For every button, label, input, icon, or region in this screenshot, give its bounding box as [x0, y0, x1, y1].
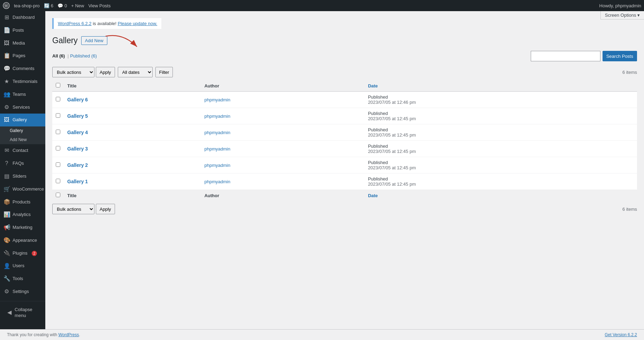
sidebar-item-dashboard[interactable]: ⊞Dashboard [0, 11, 45, 24]
submenu-item-gallery-main[interactable]: Gallery [0, 126, 45, 136]
row-title-link[interactable]: Gallery 3 [67, 146, 88, 152]
row-author-link[interactable]: phpmyadmin [204, 130, 230, 135]
submenu-item-gallery-add-new[interactable]: Add New [0, 136, 45, 145]
table-head-row: Title Author Date [52, 80, 637, 92]
users-icon: 👤 [3, 263, 10, 270]
row-author-link[interactable]: phpmyadmin [204, 163, 230, 168]
row-status: Published [368, 144, 634, 149]
row-checkbox[interactable] [56, 97, 60, 101]
row-date: 2023/07/05 at 12:45 pm [368, 132, 634, 138]
footer-wp-link[interactable]: WordPress [58, 332, 79, 337]
date-column-header[interactable]: Date [365, 80, 637, 92]
updates-menu[interactable]: 🔄 6 [44, 3, 53, 8]
sidebar-item-media[interactable]: 🖼Media [0, 37, 45, 50]
sidebar-item-services[interactable]: ⚙Services [0, 101, 45, 114]
tablenav-top: Bulk actions Apply All dates Filter 6 it… [52, 67, 637, 77]
sidebar-item-faqs[interactable]: ?FAQs [0, 157, 45, 170]
wpbody-content: WordPress 6.2.2 is available! Please upd… [52, 18, 637, 214]
sidebar-label-settings: Settings [13, 289, 29, 295]
collapse-menu[interactable]: ◀ Collapse menu [3, 304, 42, 322]
add-new-button[interactable]: Add New [81, 36, 107, 45]
wp-version-link[interactable]: WordPress 6.2.2 [58, 21, 92, 26]
update-now-link[interactable]: Please update now. [118, 21, 157, 26]
search-posts-button[interactable] [603, 51, 637, 61]
settings-icon: ⚙ [3, 288, 10, 295]
row-author-link[interactable]: phpmyadmin [204, 179, 230, 184]
row-title-cell: Gallery 5 [64, 108, 201, 124]
select-all-checkbox-foot[interactable] [56, 193, 60, 197]
search-box [531, 51, 637, 61]
row-title-link[interactable]: Gallery 2 [67, 162, 88, 168]
gallery-submenu: GalleryAdd New [0, 126, 45, 144]
row-checkbox[interactable] [56, 113, 60, 118]
filter-all-link[interactable]: All (6) [52, 53, 65, 59]
sidebar-item-analytics[interactable]: 📊Analytics [0, 208, 45, 221]
row-status: Published [368, 127, 634, 132]
footer-version-link[interactable]: Get Version 6.2.2 [605, 332, 637, 337]
wp-logo-menu[interactable]: W [3, 2, 10, 9]
row-checkbox-cell [52, 108, 64, 124]
services-icon: ⚙ [3, 104, 10, 111]
sidebar-label-plugins: Plugins [13, 250, 28, 256]
sidebar-item-products[interactable]: 📦Products [0, 196, 45, 209]
all-dates-select[interactable]: All dates [118, 67, 153, 77]
row-title-cell: Gallery 4 [64, 124, 201, 141]
sidebar-item-tools[interactable]: 🔧Tools [0, 272, 45, 285]
apply-button-bottom[interactable]: Apply [96, 204, 115, 214]
sidebar-item-testimonials[interactable]: ★Testimonials [0, 75, 45, 88]
row-checkbox[interactable] [56, 146, 60, 150]
row-date-cell: Published 2023/07/05 at 12:45 pm [365, 141, 637, 157]
sidebar-item-contact[interactable]: ✉Contact [0, 144, 45, 157]
row-author-link[interactable]: phpmyadmin [204, 146, 230, 152]
row-author-cell: phpmyadmin [201, 108, 364, 124]
view-posts-link[interactable]: View Posts [88, 3, 110, 8]
sidebar-item-marketing[interactable]: 📢Marketing [0, 221, 45, 234]
row-title-link[interactable]: Gallery 1 [67, 179, 88, 184]
sidebar-item-users[interactable]: 👤Users [0, 260, 45, 273]
sidebar-item-plugins[interactable]: 🔌Plugins2 [0, 247, 45, 260]
filter-published-link[interactable]: Published (6) [70, 53, 97, 59]
posts-icon: 📄 [3, 27, 10, 34]
row-date-cell: Published 2023/07/05 at 12:45 pm [365, 157, 637, 173]
bulk-actions-select-top[interactable]: Bulk actions [52, 67, 94, 77]
filter-button[interactable]: Filter [155, 67, 173, 77]
row-author-link[interactable]: phpmyadmin [204, 97, 230, 102]
row-author-link[interactable]: phpmyadmin [204, 114, 230, 119]
filter-published: Published (6) [70, 53, 100, 59]
filter-all: All (6) [52, 53, 70, 59]
row-title-link[interactable]: Gallery 5 [67, 113, 88, 119]
sidebar-item-sliders[interactable]: ▤Sliders [0, 170, 45, 183]
sidebar-item-comments[interactable]: 💬Comments [0, 62, 45, 75]
row-checkbox[interactable] [56, 130, 60, 134]
sidebar-label-tools: Tools [13, 276, 23, 282]
sidebar-label-teams: Teams [13, 92, 26, 98]
sidebar-item-settings[interactable]: ⚙Settings [0, 285, 45, 298]
sidebar-item-teams[interactable]: 👥Teams [0, 88, 45, 101]
new-content-menu[interactable]: + New [71, 3, 84, 8]
menu-list: ⊞Dashboard📄Posts🖼Media📋Pages💬Comments★Te… [0, 11, 45, 298]
site-name[interactable]: tea-shop-pro [14, 3, 40, 8]
table-body: Gallery 6 phpmyadmin Published 2023/07/0… [52, 92, 637, 190]
comments-menu[interactable]: 💬 0 [58, 3, 67, 8]
sidebar-item-pages[interactable]: 📋Pages [0, 49, 45, 62]
sidebar-label-testimonials: Testimonials [13, 79, 38, 85]
table-head: Title Author Date [52, 80, 637, 92]
woocommerce-icon: 🛒 [3, 186, 10, 193]
search-input[interactable] [531, 51, 600, 61]
sidebar-label-woocommerce: WooCommerce [13, 186, 44, 192]
select-all-checkbox[interactable] [56, 83, 60, 87]
sidebar-item-posts[interactable]: 📄Posts [0, 24, 45, 37]
sidebar-item-gallery[interactable]: 🖼Gallery [0, 114, 45, 126]
bulk-actions-select-bottom[interactable]: Bulk actions [52, 204, 94, 214]
row-title-cell: Gallery 3 [64, 141, 201, 157]
row-author-cell: phpmyadmin [201, 92, 364, 108]
sidebar-item-appearance[interactable]: 🎨Appearance [0, 234, 45, 247]
apply-button-top[interactable]: Apply [96, 67, 115, 77]
row-title-link[interactable]: Gallery 6 [67, 97, 88, 102]
items-count-bottom: 6 items [622, 207, 637, 212]
screen-options-button[interactable]: Screen Options ▾ [600, 11, 644, 20]
sidebar-item-woocommerce[interactable]: 🛒WooCommerce [0, 183, 45, 196]
row-checkbox[interactable] [56, 162, 60, 167]
row-title-link[interactable]: Gallery 4 [67, 130, 88, 135]
row-checkbox[interactable] [56, 179, 60, 183]
